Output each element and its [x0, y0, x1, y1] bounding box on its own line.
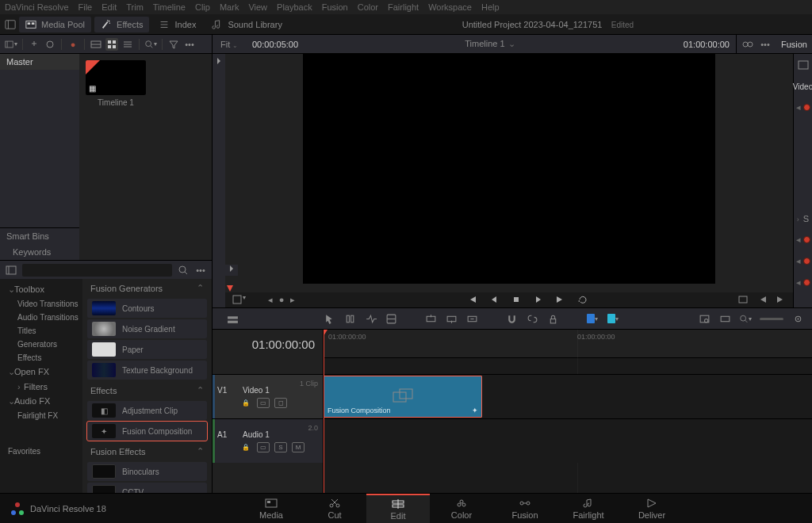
record-timecode[interactable]: 01:00:00:00 — [665, 40, 736, 49]
match-frame-icon[interactable] — [737, 294, 749, 305]
snap-icon[interactable] — [505, 312, 518, 325]
section-fusion-effects[interactable]: Fusion Effects⌃ — [82, 442, 212, 460]
menu-workspace[interactable]: Workspace — [428, 2, 472, 12]
library-layout-icon[interactable] — [5, 264, 17, 277]
play-reverse-button[interactable] — [488, 294, 500, 305]
viewer-fit-dropdown[interactable]: Fit ⌄ — [213, 40, 252, 49]
track-lock-icon[interactable]: 🔒 — [239, 398, 252, 408]
clip-fusion-composition[interactable]: Fusion Composition ✦ — [324, 376, 482, 418]
stop-button[interactable] — [511, 294, 522, 305]
timeline-name-display[interactable]: Timeline 1 — [465, 39, 504, 48]
source-timecode[interactable]: 00:00:05:00 — [252, 40, 316, 49]
keyframe-indicator-4[interactable]: ◂ — [796, 277, 810, 288]
fusion-panel-label[interactable]: Fusion — [781, 40, 807, 49]
match-frame-next-icon[interactable]: ▸ — [290, 295, 295, 305]
menu-mark[interactable]: Mark — [220, 2, 239, 12]
menu-timeline[interactable]: Timeline — [153, 2, 186, 12]
fx-fusion-composition[interactable]: ✦Fusion Composition — [87, 422, 207, 441]
menu-file[interactable]: File — [79, 2, 93, 12]
bin-master[interactable]: Master — [0, 54, 79, 70]
section-fusion-generators[interactable]: Fusion Generators⌃ — [82, 279, 212, 297]
smart-bin-keywords[interactable]: Keywords — [0, 244, 79, 260]
flag-icon[interactable]: ▾ — [586, 312, 599, 325]
timeline-playhead[interactable] — [324, 330, 324, 493]
track-disable-icon[interactable]: ◻ — [274, 398, 287, 408]
track-head-a1[interactable]: A1Audio 1 2.0 🔒 ▭ S M — [213, 418, 323, 463]
menu-color[interactable]: Color — [358, 2, 378, 12]
insert-clip-icon[interactable] — [424, 312, 437, 325]
menu-davinci[interactable]: DaVinci Resolve — [5, 2, 69, 12]
track-v1[interactable]: Fusion Composition ✦ — [324, 374, 812, 418]
index-toggle[interactable]: Index — [152, 17, 202, 32]
timeline-viewer[interactable] — [225, 54, 793, 284]
page-color[interactable]: Color — [430, 494, 493, 524]
nav-titles[interactable]: Titles — [0, 324, 82, 338]
library-search-icon[interactable] — [177, 264, 190, 277]
viewer-more-icon[interactable]: ••• — [759, 38, 772, 51]
last-frame-button[interactable] — [555, 294, 566, 305]
go-in-icon[interactable] — [756, 294, 768, 305]
nav-openfx[interactable]: ⌄Open FX — [0, 365, 82, 380]
lock-icon[interactable] — [546, 312, 559, 325]
replace-clip-icon[interactable] — [465, 312, 478, 325]
nav-filters[interactable]: ›Filters — [0, 380, 82, 394]
inspector-chevron-icon[interactable]: › S — [797, 214, 809, 223]
menu-edit[interactable]: Edit — [102, 2, 117, 12]
menu-fusion[interactable]: Fusion — [322, 2, 348, 12]
fx-contours[interactable]: Contours — [87, 299, 207, 318]
fx-cctv[interactable]: CCTV — [87, 483, 207, 493]
thumb-view-icon[interactable] — [105, 38, 118, 51]
go-out-icon[interactable] — [776, 294, 787, 305]
overwrite-clip-icon[interactable] — [445, 312, 458, 325]
menu-playback[interactable]: Playback — [277, 2, 312, 12]
track-lock-icon[interactable]: 🔒 — [239, 442, 252, 452]
track-arm-icon[interactable]: ▭ — [257, 442, 270, 452]
fx-binoculars[interactable]: Binoculars — [87, 462, 207, 481]
library-more-icon[interactable]: ••• — [194, 264, 207, 277]
media-pool-thumbs[interactable]: ▦ Timeline 1 — [79, 54, 212, 260]
media-pool-toggle[interactable]: Media Pool — [19, 17, 91, 32]
timeline-view-options-icon[interactable] — [226, 312, 239, 325]
expand-viewer-left[interactable] — [213, 54, 225, 307]
section-effects[interactable]: Effects⌃ — [82, 381, 212, 399]
page-deliver[interactable]: Deliver — [620, 494, 684, 524]
timeline-ruler[interactable]: 01:00:00:00 01:00:00:00 — [324, 330, 812, 358]
first-frame-button[interactable] — [466, 294, 477, 305]
crop-icon[interactable]: ▾ — [232, 294, 246, 305]
nav-toolbox[interactable]: ⌄Toolbox — [0, 282, 82, 297]
nav-audio-transitions[interactable]: Audio Transitions — [0, 311, 82, 324]
smart-bins-header[interactable]: Smart Bins — [0, 227, 79, 244]
page-edit[interactable]: Edit — [366, 494, 430, 524]
timeline-timecode[interactable]: 01:00:00:00 — [213, 330, 323, 358]
track-a1[interactable] — [324, 418, 812, 463]
nav-effects[interactable]: Effects — [0, 351, 82, 365]
blade-tool-icon[interactable] — [385, 312, 397, 325]
track-auto-select-icon[interactable]: ▭ — [257, 398, 270, 408]
clip-thumbnail[interactable]: ▦ Timeline 1 — [86, 60, 146, 107]
track-head-v1[interactable]: V1Video 1 🔒 ▭ ◻ 1 Clip — [213, 374, 323, 418]
zoom-fit-icon[interactable] — [718, 312, 731, 325]
page-cut[interactable]: Cut — [303, 494, 366, 524]
match-frame-prev-icon[interactable]: ◂ — [268, 295, 273, 305]
bin-tree[interactable]: Master — [0, 54, 79, 227]
nav-audiofx[interactable]: ⌄Audio FX — [0, 394, 82, 409]
menu-help[interactable]: Help — [481, 2, 500, 12]
strip-view-icon[interactable] — [90, 38, 102, 51]
loop-button[interactable] — [577, 294, 588, 305]
trim-tool-icon[interactable] — [343, 312, 356, 325]
filter-icon[interactable] — [167, 38, 180, 51]
nav-favorites[interactable]: Favorites — [0, 445, 82, 458]
record-icon[interactable]: ● — [67, 38, 79, 51]
keyframe-indicator-2[interactable]: ◂ — [796, 235, 810, 245]
nav-fairlightfx[interactable]: Fairlight FX — [0, 409, 82, 422]
inspector-layout-icon[interactable] — [797, 59, 810, 71]
pool-more-icon[interactable]: ••• — [183, 38, 196, 51]
import-icon[interactable] — [28, 38, 40, 51]
sound-library-toggle[interactable]: Sound Library — [205, 17, 289, 32]
pool-layout-icon[interactable]: ▾ — [5, 38, 17, 51]
inspector-video-tab[interactable]: Video — [793, 82, 812, 91]
keyframe-indicator-1[interactable]: ◂ — [796, 102, 810, 113]
sync-icon[interactable] — [44, 38, 56, 51]
play-button[interactable] — [533, 294, 544, 305]
bypass-grades-icon[interactable] — [741, 38, 754, 51]
